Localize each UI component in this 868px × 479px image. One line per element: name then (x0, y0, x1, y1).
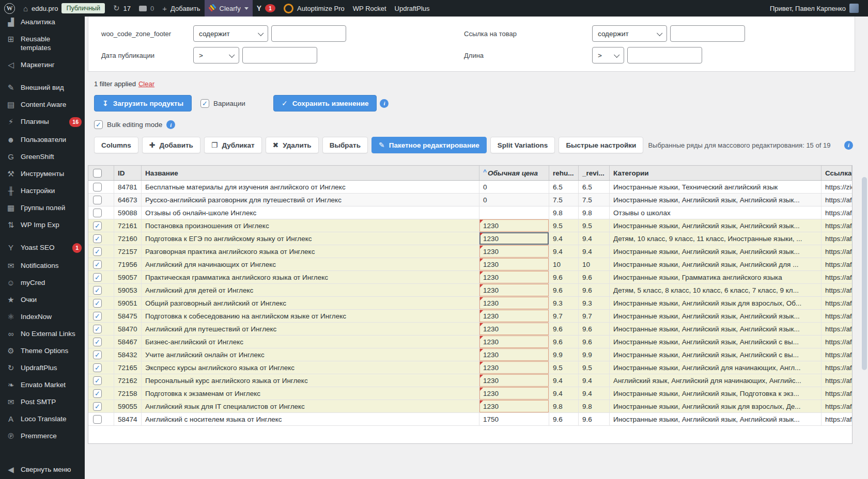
load-products-button[interactable]: ↧ Загрузить продукты (94, 95, 192, 111)
sidebar-item-field-groups[interactable]: ▦Группы полей (0, 199, 85, 216)
cell-price[interactable]: 1230 (479, 323, 549, 335)
autoptimize-menu[interactable]: Autoptimize Pro (280, 0, 349, 17)
updraftplus-menu[interactable]: UpdraftPlus (391, 0, 434, 17)
cell-price[interactable]: 1230 (479, 258, 549, 270)
clear-filters-link[interactable]: Clear (138, 80, 154, 88)
bulk-info-icon[interactable]: i (166, 120, 175, 129)
row-checkbox[interactable] (93, 350, 102, 359)
toolbar-button-delete[interactable]: ✖Удалить (266, 137, 319, 153)
col-header-link[interactable]: Ссылка на товар (822, 166, 852, 180)
cell-price[interactable]: 1230 (479, 348, 549, 361)
row-checkbox[interactable] (93, 312, 102, 321)
cell-price[interactable]: 1230 (479, 245, 549, 258)
cell-price[interactable]: 1230 (479, 336, 549, 348)
row-checkbox[interactable] (93, 325, 102, 333)
cell-price[interactable]: 1750 (479, 413, 549, 425)
toolbar-button-duplicate[interactable]: ❐Дубликат (204, 137, 262, 153)
row-checkbox[interactable] (93, 389, 102, 398)
col-header-categories[interactable]: Категории (610, 166, 822, 180)
cell-price[interactable]: 1230 (479, 297, 549, 309)
bulk-editing-checkbox[interactable] (94, 120, 103, 129)
sidebar-item-plugins[interactable]: ⚡Плагины16 (0, 113, 85, 131)
col-header-rehu[interactable]: rehu... (549, 166, 579, 180)
sidebar-item-post-smtp[interactable]: ✉Post SMTP (0, 393, 85, 410)
new-content-menu[interactable]: + Добавить (158, 0, 204, 17)
row-checkbox[interactable] (93, 196, 102, 204)
row-checkbox[interactable] (93, 260, 102, 269)
sidebar-item-analytics[interactable]: ▟Аналитика (0, 17, 85, 30)
row-checkbox[interactable] (93, 376, 102, 385)
cell-price[interactable]: 1230 (479, 219, 549, 232)
sidebar-item-theme-options[interactable]: ⚙Theme Options (0, 342, 85, 359)
col-header-id[interactable]: ID (114, 166, 142, 180)
filter-value-input[interactable] (271, 25, 346, 42)
sidebar-item-yoast-seo[interactable]: YYoast SEO1 (0, 239, 85, 257)
toolbar-button-columns[interactable]: Columns (94, 137, 138, 153)
sidebar-item-mycred[interactable]: ☺myCred (0, 274, 85, 291)
filter-value-input[interactable] (242, 47, 317, 63)
collapse-menu-button[interactable]: ◀ Свернуть меню (0, 465, 85, 474)
comments-indicator[interactable]: 0 (135, 0, 158, 17)
cell-price[interactable]: 1230 (479, 284, 549, 296)
filter-value-input[interactable] (670, 25, 745, 42)
row-checkbox[interactable] (93, 415, 102, 424)
window-scrollbar-thumb[interactable] (862, 177, 867, 370)
updates-indicator[interactable]: ↻ 17 (109, 0, 135, 17)
toolbar-button-quick-settings[interactable]: Быстрые настройки (559, 137, 643, 153)
row-checkbox[interactable] (93, 338, 102, 346)
clearfy-menu[interactable]: Clearfy (205, 0, 253, 17)
row-checkbox[interactable] (93, 273, 102, 282)
col-header-price[interactable]: ^ Обычная цена (479, 166, 549, 180)
site-link[interactable]: ⌂ eddu.pro Публичный (19, 0, 109, 17)
yoast-menu[interactable]: Y 1 (253, 0, 280, 17)
cell-price[interactable]: 1230 (479, 232, 549, 245)
cell-price[interactable] (479, 206, 549, 219)
row-checkbox[interactable] (93, 299, 102, 308)
sidebar-item-notifications[interactable]: ✉Notifications (0, 257, 85, 274)
sidebar-item-users[interactable]: ☻Пользователи (0, 131, 85, 148)
sidebar-item-updraftplus[interactable]: ↻UpdraftPlus (0, 359, 85, 376)
filter-operator-select[interactable]: содержит (592, 25, 667, 42)
row-checkbox[interactable] (93, 183, 102, 191)
row-checkbox[interactable] (93, 402, 102, 411)
sidebar-item-no-external-links[interactable]: ∞No External Links (0, 325, 85, 342)
save-changes-button[interactable]: ✓ Сохранить изменение (273, 95, 377, 111)
wordpress-menu[interactable]: W (0, 0, 19, 17)
sidebar-item-settings[interactable]: ╫Настройки (0, 182, 85, 199)
row-checkbox[interactable] (93, 286, 102, 295)
select-all-checkbox[interactable] (93, 169, 102, 178)
filter-operator-select[interactable]: > (193, 47, 239, 63)
toolbar-button-split-variations[interactable]: Split Variations (490, 137, 555, 153)
sidebar-item-appearance[interactable]: ✎Внешний вид (0, 79, 85, 96)
col-header-name[interactable]: Название (142, 166, 479, 180)
toolbar-button-bulk-edit[interactable]: ✎Пакетное редактирование (371, 137, 487, 153)
cell-price[interactable]: 1230 (479, 400, 549, 412)
variations-checkbox[interactable] (200, 99, 209, 108)
row-checkbox[interactable] (93, 247, 102, 256)
filter-operator-select[interactable]: > (592, 47, 624, 63)
filter-value-input[interactable] (627, 47, 702, 63)
save-info-icon[interactable]: i (380, 99, 389, 108)
sidebar-item-premmerce[interactable]: ℗Premmerce (0, 427, 85, 444)
row-checkbox[interactable] (93, 363, 102, 372)
row-checkbox[interactable] (93, 234, 102, 243)
sidebar-item-marketing[interactable]: ◁Маркетинг (0, 56, 85, 73)
filter-operator-select[interactable]: содержит (193, 25, 268, 42)
wp-rocket-menu[interactable]: WP Rocket (349, 0, 391, 17)
sidebar-item-indexnow[interactable]: ⚛IndexNow (0, 308, 85, 325)
sidebar-item-content-aware[interactable]: ▤Content Aware (0, 96, 85, 113)
sidebar-item-loco-translate[interactable]: ALoco Translate (0, 410, 85, 427)
toolbar-button-select[interactable]: Выбрать (322, 137, 368, 153)
row-checkbox[interactable] (93, 209, 102, 217)
cell-price[interactable]: 1230 (479, 374, 549, 387)
sidebar-item-tools[interactable]: ⚒Инструменты (0, 165, 85, 182)
cell-price[interactable]: 0 (479, 194, 549, 206)
cell-price[interactable]: 1230 (479, 387, 549, 400)
cell-price[interactable]: 1230 (479, 271, 549, 283)
row-checkbox[interactable] (93, 221, 102, 230)
sidebar-item-wp-imp-exp[interactable]: ⇅WP Imp Exp (0, 216, 85, 233)
grid-info-icon[interactable]: i (844, 141, 853, 150)
toolbar-button-add[interactable]: ✚Добавить (142, 137, 200, 153)
sidebar-item-greenshift[interactable]: GGreenShift (0, 148, 85, 165)
sidebar-item-reusable-templates[interactable]: ⊞Reusable templates (0, 30, 85, 56)
